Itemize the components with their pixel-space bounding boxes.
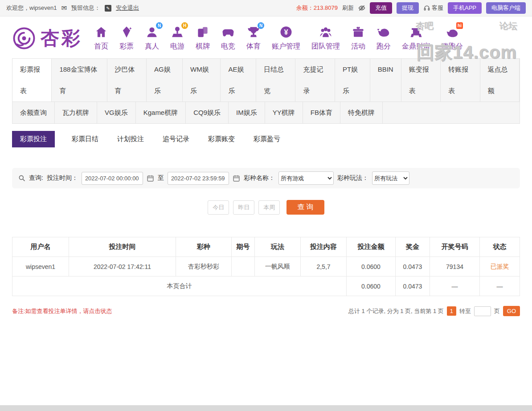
subtab-plan-bet[interactable]: 计划投注	[115, 131, 146, 147]
gift-icon	[352, 25, 365, 39]
summary-status: —	[480, 277, 520, 296]
cell-play: 一帆风顺	[255, 257, 301, 277]
week-button[interactable]: 本周	[258, 200, 280, 215]
tab-bbin[interactable]: BBIN	[370, 59, 401, 102]
message-icon[interactable]: ✉	[61, 4, 67, 12]
report-tabs-row2: 余额查询 瓦力棋牌 VG娱乐 Kgame棋牌 CQ9娱乐 IM娱乐 YY棋牌 F…	[12, 102, 520, 124]
tab-rebate-total[interactable]: 返点总额	[480, 59, 520, 102]
site-logo[interactable]: 杏彩	[12, 26, 82, 51]
tab-balance-query[interactable]: 余额查询	[12, 102, 55, 123]
tab-daily-overview[interactable]: 日结总览	[256, 59, 295, 102]
nav-item-wealth[interactable]: 金鼎财富	[402, 25, 430, 51]
tabs-filler	[383, 102, 520, 123]
table-summary-row: 本页合计 0.0600 0.0473 — —	[12, 277, 520, 296]
tab-pt[interactable]: PT娱乐	[335, 59, 370, 102]
tab-188bet-sports[interactable]: 188金宝博体育	[52, 59, 107, 102]
yesterday-button[interactable]: 昨日	[233, 200, 254, 215]
tab-vg[interactable]: VG娱乐	[97, 102, 136, 123]
play-type-select[interactable]: 所有玩法	[372, 171, 409, 185]
edit-icon[interactable]: ✎	[105, 5, 111, 12]
tab-kgame[interactable]: Kgame棋牌	[136, 102, 186, 123]
tab-im[interactable]: IM娱乐	[229, 102, 265, 123]
tab-cq9[interactable]: CQ9娱乐	[186, 102, 229, 123]
pagination: 总计 1 个记录, 分为 1 页, 当前第 1 页 1 转至 页 GO	[348, 306, 520, 316]
tab-saba-sports[interactable]: 沙巴体育	[107, 59, 147, 102]
subtab-lottery-profit[interactable]: 彩票盈亏	[252, 131, 282, 147]
tab-tem-chess[interactable]: 特免棋牌	[340, 102, 383, 123]
cell-username: wipseven1	[12, 257, 69, 277]
withdraw-button[interactable]: 提现	[397, 2, 419, 14]
search-icon	[18, 175, 25, 182]
go-button[interactable]: GO	[503, 306, 520, 316]
calendar-icon[interactable]	[147, 175, 154, 182]
logout-link[interactable]: 安全退出	[116, 4, 139, 12]
subtab-lottery-account-change[interactable]: 彩票账变	[206, 131, 237, 147]
ding-wealth-icon	[409, 25, 423, 39]
lottery-name-select[interactable]: 所有游戏	[278, 171, 334, 185]
brand-name: 杏彩	[41, 26, 82, 51]
nav-item-boardgames[interactable]: 棋牌	[196, 25, 210, 51]
nav-item-esports[interactable]: 电竞	[221, 25, 235, 51]
nav-item-lottery[interactable]: 彩票	[119, 25, 134, 51]
pagination-summary: 总计 1 个记录, 分为 1 页, 当前第 1 页	[348, 307, 444, 315]
col-issue: 期号	[232, 237, 255, 257]
query-button[interactable]: 查 询	[286, 200, 324, 215]
tab-wm[interactable]: WM娱乐	[183, 59, 221, 102]
tab-account-change-report[interactable]: 账变报表	[401, 59, 441, 102]
subtab-lottery-daily[interactable]: 彩票日结	[70, 131, 100, 147]
time-to-input[interactable]	[168, 172, 229, 185]
table-footer: 备注:如需查看投注单详情，请点击状态 总计 1 个记录, 分为 1 页, 当前第…	[12, 306, 520, 316]
lottery-ticket-icon	[120, 25, 133, 39]
lottery-name-label: 彩种名称：	[244, 174, 275, 182]
tab-lottery-report[interactable]: 彩票报表	[12, 59, 52, 102]
nav-item-live[interactable]: N 真人	[145, 25, 159, 51]
tab-transfer-report[interactable]: 转账报表	[441, 59, 480, 102]
customer-service-button[interactable]: 客服	[423, 4, 443, 12]
calendar-icon[interactable]	[233, 175, 240, 182]
time-from-input[interactable]	[82, 172, 143, 185]
col-bet-amount: 投注金额	[347, 237, 396, 257]
page-number-button[interactable]: 1	[447, 306, 456, 316]
deposit-button[interactable]: 充值	[370, 2, 392, 14]
nav-item-egames[interactable]: H 电游	[170, 25, 184, 51]
nav-item-account[interactable]: ¥ 账户管理	[272, 25, 300, 51]
query-label: 查询:	[29, 174, 43, 182]
subtab-lottery-bet[interactable]: 彩票投注	[12, 131, 55, 147]
home-icon	[94, 25, 108, 39]
today-button[interactable]: 今日	[208, 200, 229, 215]
summary-label: 本页合计	[12, 277, 347, 296]
mobile-app-button[interactable]: 手机APP	[448, 2, 482, 14]
tab-yy-chess[interactable]: YY棋牌	[265, 102, 303, 123]
tab-ag[interactable]: AG娱乐	[147, 59, 183, 102]
cell-prize: 0.0473	[396, 257, 430, 277]
report-tabs: 彩票报表 188金宝博体育 沙巴体育 AG娱乐 WM娱乐 AE娱乐 日结总览 充…	[12, 58, 520, 124]
summary-prize: 0.0473	[396, 277, 430, 296]
col-bet-content: 投注内容	[301, 237, 347, 257]
welcome-text: 欢迎您，wipseven1	[6, 4, 57, 12]
nav-badge: H	[181, 22, 188, 29]
pc-client-button[interactable]: 电脑客户端	[486, 2, 526, 14]
nav-item-sports[interactable]: N 体育	[246, 25, 261, 51]
col-prize: 奖金	[396, 237, 430, 257]
nav-item-paofen[interactable]: 跑分	[376, 25, 391, 51]
reserved-info-label: 预留信息：	[71, 4, 100, 12]
tab-fb-sports[interactable]: FB体育	[303, 102, 340, 123]
cell-bet-amount: 0.0600	[347, 257, 396, 277]
table-row: wipseven1 2022-07-02 17:42:11 杏彩秒秒彩 一帆风顺…	[12, 257, 520, 277]
quick-buttons: 今日 昨日 本周 查 询	[12, 200, 520, 215]
cell-issue	[232, 257, 255, 277]
nav-item-home[interactable]: 首页	[94, 25, 108, 51]
nav-item-activity[interactable]: 活动	[351, 25, 365, 51]
bet-time-label: 投注时间：	[47, 174, 78, 182]
nav-item-hipaofen[interactable]: hi 嗨跑分	[442, 25, 463, 51]
hide-balance-icon[interactable]	[358, 4, 365, 12]
refresh-button[interactable]: 刷新	[342, 4, 354, 12]
tab-ae[interactable]: AE娱乐	[221, 59, 256, 102]
goto-page-input[interactable]	[474, 306, 491, 316]
subtab-chase-record[interactable]: 追号记录	[161, 131, 191, 147]
nav-item-team[interactable]: 团队管理	[311, 25, 340, 51]
tab-deposit-withdraw-record[interactable]: 充提记录	[295, 59, 335, 102]
status-link[interactable]: 已派奖	[491, 263, 509, 270]
svg-text:¥: ¥	[284, 28, 288, 36]
tab-wali-chess[interactable]: 瓦力棋牌	[55, 102, 97, 123]
